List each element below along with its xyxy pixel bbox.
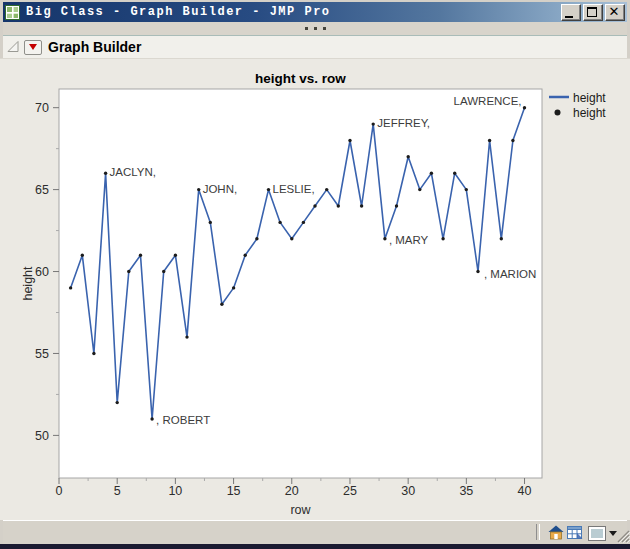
red-triangle-menu-button[interactable] [24,40,42,55]
close-icon: ✕ [606,4,622,19]
y-axis-label: height [21,266,35,301]
data-point-marker[interactable] [348,139,351,142]
outline-header: Graph Builder [3,36,627,58]
home-icon[interactable] [548,525,564,540]
data-point-marker[interactable] [383,237,386,240]
minimize-button[interactable] [561,4,581,21]
data-point-marker[interactable] [255,237,258,240]
y-tick-label: 65 [35,183,49,197]
data-point-marker[interactable] [395,204,398,207]
status-bar [3,520,627,544]
maximize-button[interactable] [583,4,603,21]
data-point-marker[interactable] [116,401,119,404]
window-border-bottom [0,544,630,549]
x-tick-label: 0 [56,484,63,498]
x-tick-label: 15 [227,484,241,498]
data-point-marker[interactable] [325,188,328,191]
legend-label: height [573,91,606,105]
data-point-marker[interactable] [465,188,468,191]
data-point-marker[interactable] [209,221,212,224]
data-point-marker[interactable] [232,286,235,289]
ellipsis-dots-icon [314,27,317,30]
data-point-marker[interactable] [185,335,188,338]
resize-grip-icon[interactable] [615,529,630,543]
data-point-marker[interactable] [360,204,363,207]
graph-builder-panel: height vs. rowrowheight05101520253035405… [0,58,630,520]
data-point-marker[interactable] [488,139,491,142]
close-button[interactable]: ✕ [605,4,625,21]
data-point-marker[interactable] [162,270,165,273]
report-title: Graph Builder [48,39,141,55]
graph-canvas[interactable]: height vs. rowrowheight05101520253035405… [0,59,630,520]
data-point-marker[interactable] [418,188,421,191]
data-point-marker[interactable] [337,204,340,207]
y-tick-label: 50 [35,429,49,443]
point-label: , MARY [389,234,429,246]
point-label: JACLYN, [110,166,156,178]
point-label: JOHN, [203,183,238,195]
status-separator [536,524,540,540]
y-tick-label: 70 [35,101,49,115]
data-point-marker[interactable] [150,417,153,420]
point-label: LAWRENCE, [454,95,522,107]
data-point-marker[interactable] [313,204,316,207]
x-tick-label: 35 [459,484,473,498]
data-point-marker[interactable] [500,237,503,240]
jmp-window: Big Class - Graph Builder - JMP Pro ✕ Gr… [0,0,630,549]
x-tick-label: 20 [285,484,299,498]
red-triangle-icon [29,44,37,50]
point-label: , MARION [484,268,536,280]
plot-frame[interactable] [59,89,542,478]
data-point-marker[interactable] [278,221,281,224]
legend-label: height [573,106,606,120]
x-axis-label: row [290,503,311,517]
y-tick-label: 55 [35,347,49,361]
x-tick-label: 25 [343,484,357,498]
data-point-marker[interactable] [430,172,433,175]
data-point-marker[interactable] [197,188,200,191]
data-point-marker[interactable] [441,237,444,240]
point-label: , ROBERT [156,414,210,426]
data-point-marker[interactable] [372,122,375,125]
data-point-marker[interactable] [523,106,526,109]
data-point-marker[interactable] [407,155,410,158]
data-point-marker[interactable] [453,172,456,175]
disclosure-triangle-icon[interactable] [7,41,19,53]
window-title: Big Class - Graph Builder - JMP Pro [26,5,559,19]
data-point-marker[interactable] [174,254,177,257]
toolbar-collapsed-strip[interactable] [3,22,627,36]
data-point-marker[interactable] [290,237,293,240]
x-tick-label: 40 [518,484,532,498]
maximize-icon [587,7,597,17]
x-tick-label: 30 [401,484,415,498]
data-point-marker[interactable] [69,286,72,289]
data-point-marker[interactable] [220,303,223,306]
x-tick-label: 10 [168,484,182,498]
data-point-marker[interactable] [92,352,95,355]
data-point-marker[interactable] [267,188,270,191]
legend-dot-swatch [555,110,561,116]
window-titlebar[interactable]: Big Class - Graph Builder - JMP Pro ✕ [0,0,630,22]
point-label: JEFFREY, [377,117,430,129]
background-color-swatch[interactable] [588,526,606,541]
minimize-icon [565,16,573,18]
data-point-marker[interactable] [244,254,247,257]
data-point-marker[interactable] [104,172,107,175]
ellipsis-dots-icon [323,27,326,30]
data-point-marker[interactable] [476,270,479,273]
data-table-icon[interactable] [567,525,583,540]
data-point-marker[interactable] [81,254,84,257]
y-tick-label: 60 [35,265,49,279]
data-point-marker[interactable] [139,254,142,257]
point-label: LESLIE, [272,183,314,195]
x-tick-label: 5 [114,484,121,498]
chart-title: height vs. row [255,71,346,86]
data-point-marker[interactable] [511,139,514,142]
data-point-marker[interactable] [302,221,305,224]
jmp-app-icon [5,5,20,20]
data-point-marker[interactable] [127,270,130,273]
ellipsis-dots-icon [305,27,308,30]
